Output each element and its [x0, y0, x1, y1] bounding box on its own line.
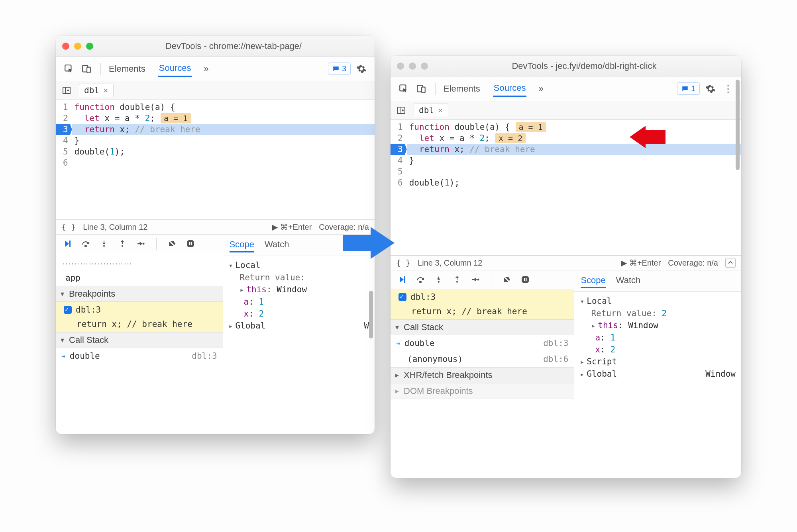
resume-icon[interactable] [396, 274, 408, 286]
more-tabs-icon[interactable]: » [538, 84, 543, 94]
tab-elements[interactable]: Elements [443, 81, 481, 96]
breakpoint-row[interactable]: dbl:3 return x; // break here [391, 289, 574, 319]
inspect-icon[interactable] [62, 62, 76, 76]
breakpoint-checkbox[interactable] [398, 293, 406, 301]
debugger-toolbar [56, 235, 223, 253]
scope-local[interactable]: Local [580, 295, 736, 307]
callstack-header[interactable]: Call Stack [56, 332, 223, 348]
tab-scope[interactable]: Scope [581, 274, 605, 288]
pretty-print-icon[interactable]: { } [61, 222, 76, 232]
file-tab[interactable]: dbl × [414, 104, 448, 117]
scope-body: Local Return value: 2 this: Window a: 1 … [574, 292, 741, 383]
tab-watch[interactable]: Watch [616, 274, 641, 288]
svg-point-6 [103, 245, 105, 247]
tab-watch[interactable]: Watch [265, 238, 289, 252]
sidebar-toggle-icon[interactable] [725, 258, 736, 268]
inline-value-badge: a = 1 [516, 122, 546, 132]
callstack-header[interactable]: Call Stack [391, 319, 574, 335]
file-tab[interactable]: dbl × [79, 84, 114, 97]
navigator-toggle-icon[interactable] [60, 84, 73, 97]
stack-frame[interactable]: ➔ double dbl:3 [56, 348, 223, 364]
svg-rect-15 [404, 276, 405, 283]
scope-body: Local Return value: this: Window a: 1 x:… [223, 256, 375, 335]
scope-this[interactable]: this: Window [580, 319, 736, 332]
issues-chip[interactable]: 1 [677, 82, 700, 95]
more-tabs-icon[interactable]: » [204, 64, 208, 74]
scope-global[interactable]: GlobalWindow [580, 368, 736, 380]
minimize-dot[interactable] [409, 63, 416, 70]
breakpoints-header[interactable]: Breakpoints [56, 286, 223, 302]
tab-sources[interactable]: Sources [493, 80, 527, 97]
truncated-row: …………………… [56, 253, 223, 270]
scope-global[interactable]: GlobalW [229, 320, 369, 332]
step-into-icon[interactable] [433, 274, 445, 286]
settings-icon[interactable] [355, 62, 368, 76]
svg-point-7 [122, 245, 123, 247]
deactivate-breakpoints-icon[interactable] [501, 274, 513, 286]
step-into-icon[interactable] [98, 238, 110, 250]
close-icon[interactable]: × [103, 86, 108, 95]
issues-count: 3 [342, 64, 346, 73]
step-out-icon[interactable] [116, 238, 128, 250]
line-gutter: 123456 [56, 100, 72, 219]
svg-rect-13 [422, 87, 425, 92]
issues-chip[interactable]: 3 [328, 63, 351, 75]
devtools-top-toolbar: Elements Sources » 3 [56, 57, 375, 81]
traffic-lights [62, 43, 93, 50]
tab-sources[interactable]: Sources [158, 61, 192, 77]
navig-to,ggle-icon[interactable] [395, 104, 408, 117]
editor-statusbar: { } Line 3, Column 12 ▶ ⌘+Enter Coverage… [391, 255, 741, 270]
breakpoint-checkbox[interactable] [64, 306, 72, 314]
svg-rect-20 [524, 278, 525, 281]
step-icon[interactable] [469, 274, 481, 286]
device-toggle-icon[interactable] [80, 62, 93, 76]
scope-this[interactable]: this: Window [229, 284, 369, 296]
code-editor[interactable]: 123456 function double(a) {a = 1 let x =… [391, 120, 741, 255]
svg-rect-10 [191, 242, 192, 245]
svg-point-5 [85, 245, 86, 247]
svg-rect-2 [87, 67, 90, 72]
tab-elements[interactable]: Elements [108, 61, 146, 76]
stack-frame[interactable]: ➔ double dbl:3 [391, 335, 574, 351]
scope-script[interactable]: Script [580, 356, 736, 368]
scope-panel: Scope Watch Local Return value: this: Wi… [223, 235, 375, 434]
pause-exceptions-icon[interactable] [519, 274, 531, 286]
kebab-menu-icon[interactable]: ⋮ [721, 82, 735, 96]
close-dot[interactable] [62, 43, 69, 50]
step-icon[interactable] [135, 238, 147, 250]
tab-scope[interactable]: Scope [230, 238, 254, 252]
xhr-breakpoints-header[interactable]: XHR/fetch Breakpoints [391, 367, 574, 383]
pause-exceptions-icon[interactable] [185, 238, 196, 250]
list-item[interactable]: app [56, 270, 223, 286]
titlebar: DevTools - jec.fyi/demo/dbl-right-click [391, 56, 741, 76]
close-dot[interactable] [397, 63, 404, 70]
transition-arrow-icon [343, 223, 398, 263]
close-icon[interactable]: × [438, 106, 443, 115]
resume-icon[interactable] [61, 238, 73, 250]
debugger-panels: dbl:3 return x; // break here Call Stack… [391, 270, 741, 478]
step-over-icon[interactable] [414, 274, 426, 286]
device-toggle-icon[interactable] [414, 82, 428, 96]
inspect-icon[interactable] [397, 82, 410, 96]
dom-breakpoints-header[interactable]: DOM Breakpoints [391, 383, 574, 399]
editor-statusbar: { } Line 3, Column 12 ▶ ⌘+Enter Coverage… [56, 219, 375, 234]
step-out-icon[interactable] [451, 274, 463, 286]
svg-point-8 [143, 243, 145, 245]
file-tab-name: dbl [84, 86, 99, 95]
zoom-dot[interactable] [421, 63, 428, 70]
deactivate-breakpoints-icon[interactable] [166, 238, 178, 250]
paused-line: return x; // break here [407, 144, 741, 155]
svg-point-17 [438, 281, 440, 283]
minimize-dot[interactable] [74, 43, 81, 50]
window-title: DevTools - jec.fyi/demo/dbl-right-click [434, 61, 735, 71]
stack-frame[interactable]: (anonymous) dbl:6 [391, 351, 574, 367]
scope-panel: Scope Watch Local Return value: 2 this: … [574, 270, 741, 478]
breakpoint-row[interactable]: dbl:3 return x; // break here [56, 302, 223, 332]
zoom-dot[interactable] [86, 43, 93, 50]
panel-tabs: Elements Sources » [108, 61, 324, 77]
code-editor[interactable]: 123456 function double(a) { let x = a * … [56, 100, 375, 219]
inline-value-badge: x = 2 [495, 133, 526, 143]
step-over-icon[interactable] [80, 238, 92, 250]
settings-icon[interactable] [704, 82, 717, 96]
debugger-sidebar: dbl:3 return x; // break here Call Stack… [391, 270, 574, 478]
